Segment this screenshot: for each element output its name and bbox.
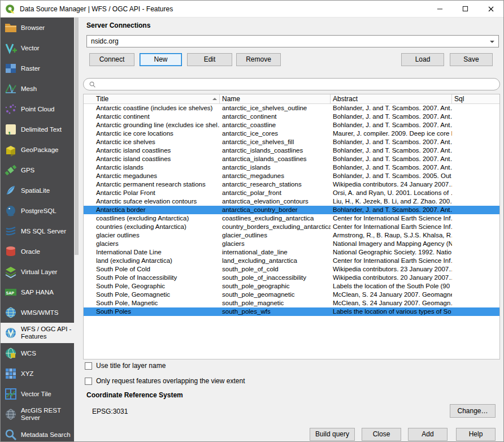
cell-abstract: Center for International Earth Science I… [331, 214, 452, 223]
sap-hana-icon: SAP [4, 285, 18, 299]
cell-sql [452, 180, 499, 189]
new-button[interactable]: New [140, 53, 182, 66]
connect-button[interactable]: Connect [89, 53, 134, 66]
cell-abstract: Bohlander, J. and T. Scambos. 2007. Ant… [331, 155, 452, 163]
table-row[interactable]: countries (excluding Antarctica) country… [84, 223, 499, 231]
table-row[interactable]: Antarctic grounding line (excludes ice s… [84, 121, 499, 129]
sidebar-item-virtual-layer[interactable]: Virtual Layer [1, 262, 74, 282]
sidebar-item-wms-wmts[interactable]: WMS/WMTS [1, 302, 74, 323]
table-row[interactable]: Antarctic coastline (includes ice shelve… [84, 104, 499, 112]
cell-sql [452, 265, 499, 274]
table-row[interactable]: Antarctic island coastlines antarctica_i… [84, 155, 499, 163]
minimize-button[interactable] [427, 1, 453, 17]
cell-name: antarctic_megadunes [220, 172, 331, 180]
table-row[interactable]: South Pole, Geographic south_pole_geogra… [84, 282, 499, 291]
sidebar-item-vector[interactable]: Vector [1, 38, 74, 58]
maximize-button[interactable] [453, 1, 478, 17]
table-row[interactable]: South Pole, Magnetic south_pole_magnetic… [84, 299, 499, 307]
column-header-sql[interactable]: Sql [452, 94, 499, 103]
sidebar-scrollbar[interactable] [74, 18, 79, 441]
sidebar-item-spatialite[interactable]: SpatiaLite [1, 180, 74, 201]
table-row[interactable]: South Poles south_poles_wfs Labels the l… [84, 307, 499, 316]
table-row[interactable]: International Date Line international_da… [84, 248, 499, 257]
cell-sql [452, 240, 499, 248]
sidebar-item-geopackage[interactable]: GeoPackage [1, 140, 74, 160]
overlap-extent-option[interactable]: Only request features overlapping the vi… [85, 377, 245, 385]
sidebar-item-sap-hana[interactable]: SAP SAP HANA [1, 282, 74, 302]
sidebar-item-ms-sql-server[interactable]: MS SQL Server [1, 221, 74, 241]
save-button[interactable]: Save [450, 53, 493, 66]
dialog-close-button[interactable]: Close [362, 428, 401, 441]
table-row[interactable]: Antarctic continent antarctic_continent … [84, 112, 499, 121]
cell-title: Antarctic island coastlines [84, 146, 220, 155]
help-button[interactable]: Help [456, 428, 496, 441]
table-row[interactable]: South Pole of Cold south_pole_of_cold Wi… [84, 265, 499, 274]
table-row[interactable]: South Pole, Geomagnetic south_pole_geoma… [84, 291, 499, 299]
table-row[interactable]: glaciers glaciers National Imagery and M… [84, 240, 499, 248]
use-title-option[interactable]: Use title for layer name [85, 362, 166, 370]
cell-name: antarctic_ice_shelves_fill [220, 138, 331, 146]
sidebar-item-vector-tile[interactable]: Vector Tile [1, 384, 74, 404]
cell-sql [452, 197, 499, 206]
use-title-checkbox[interactable] [85, 362, 92, 370]
table-row[interactable]: land (excluding Antarctica) land_excludi… [84, 257, 499, 265]
overlap-extent-label: Only request features overlapping the vi… [96, 377, 245, 385]
close-button[interactable] [478, 1, 503, 17]
cell-name: country_borders_excluding_antarctica [220, 223, 331, 231]
cell-sql [452, 299, 499, 307]
delimited-text-icon: , [4, 123, 18, 136]
cell-abstract: Bohlander, J. and T. Scambos. 2007. Ant… [331, 206, 452, 214]
cell-name: antarctic_coastline [220, 121, 331, 129]
table-row[interactable]: Antarctic megadunes antarctic_megadunes … [84, 172, 499, 180]
table-row[interactable]: Antarctica border antarctica_country_bor… [84, 206, 499, 214]
edit-button[interactable]: Edit [187, 53, 232, 66]
wcs-icon [4, 346, 18, 360]
sidebar-item-xyz[interactable]: XYZ [1, 363, 74, 384]
overlap-extent-checkbox[interactable] [85, 378, 92, 385]
filter-input[interactable] [99, 79, 494, 89]
sidebar-item-oracle[interactable]: Oracle [1, 241, 74, 262]
window-title: Data Source Manager | WFS / OGC API - Fe… [20, 5, 427, 13]
sidebar-item-raster[interactable]: Raster [1, 58, 74, 79]
crs-change-button[interactable]: Change… [450, 404, 496, 418]
arcgis-icon [4, 408, 18, 421]
sidebar-item-arcgis-rest-server[interactable]: ArcGIS REST Server [1, 404, 74, 424]
table-row[interactable]: Antarctic island coastlines antarctic_is… [84, 146, 499, 155]
sidebar-scrollbar-thumb[interactable] [75, 18, 79, 255]
cell-sql [452, 138, 499, 146]
sidebar-item-delimited-text[interactable]: , Delimited Text [1, 119, 74, 140]
table-row[interactable]: Antarctic ice core locations antarctic_i… [84, 129, 499, 138]
table-row[interactable]: coastlines (excluding Antarctica) coastl… [84, 214, 499, 223]
table-row[interactable]: Antarctic suface elevation contours anta… [84, 197, 499, 206]
cell-abstract: Bohlander, J. and T. Scambos. 2007. Ant… [331, 163, 452, 172]
build-query-button[interactable]: Build query [310, 428, 355, 441]
table-row[interactable]: South Pole of Inaccessibility south_pole… [84, 274, 499, 282]
cell-abstract: Bohlander, J. and T. Scambos. 2005. Out… [331, 172, 452, 180]
cell-sql [452, 307, 499, 316]
cell-name: antarctic_polar_front [220, 189, 331, 197]
cell-name: south_pole_magnetic [220, 299, 331, 307]
sidebar-item-postgresql[interactable]: PostgreSQL [1, 201, 74, 221]
point-cloud-icon [4, 102, 18, 116]
load-button[interactable]: Load [401, 53, 444, 66]
table-row[interactable]: Antarctic ice shelves antarctic_ice_shel… [84, 138, 499, 146]
server-connections-label: Server Connections [86, 21, 150, 29]
column-header-name[interactable]: Name [220, 94, 331, 103]
remove-button[interactable]: Remove [236, 53, 281, 66]
table-row[interactable]: Antarctic islands antarctic_islands Bohl… [84, 163, 499, 172]
add-button[interactable]: Add [408, 428, 447, 441]
sidebar-item-wfs-ogc-api-features[interactable]: WFS / OGC API - Features [1, 323, 74, 343]
server-connection-select[interactable]: nsidc.org [86, 35, 499, 47]
table-row[interactable]: Antarctic Polar Front antarctic_polar_fr… [84, 189, 499, 197]
table-row[interactable]: Antarctic permanent research stations an… [84, 180, 499, 189]
sidebar-item-wcs[interactable]: WCS [1, 343, 74, 363]
sidebar-item-mesh[interactable]: Mesh [1, 79, 74, 99]
sidebar-item-point-cloud[interactable]: Point Cloud [1, 99, 74, 119]
sidebar-item-gps[interactable]: GPS [1, 160, 74, 180]
column-header-abstract[interactable]: Abstract [331, 94, 452, 103]
cell-sql [452, 155, 499, 163]
column-header-title[interactable]: Title [84, 94, 220, 103]
sidebar-item-browser[interactable]: Browser [1, 18, 74, 38]
sidebar-item-metadata-search[interactable]: Metadata Search [1, 424, 74, 441]
table-row[interactable]: glacier outlines glacier_outlines Armstr… [84, 231, 499, 240]
